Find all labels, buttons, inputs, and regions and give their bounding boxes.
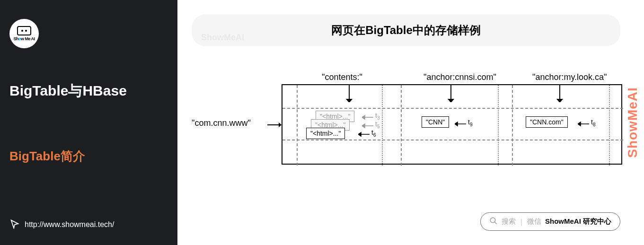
svg-marker-5 [449,99,453,102]
sidebar-subtitle: BigTable简介 [9,148,168,165]
column-header: "anchor:my.look.ca" [532,72,607,82]
svg-line-19 [494,222,497,224]
timestamp-label: t9 [468,118,472,127]
timestamp-label: t8 [591,118,595,127]
svg-marker-9 [362,115,365,119]
arrow-down-icon [556,84,564,104]
main-title-bar: ShowMeAI 网页在BigTable中的存储样例 [192,14,620,46]
svg-marker-7 [557,99,562,102]
timestamp-label: t3 [375,112,379,121]
cell-value: "<html>..." [306,128,345,139]
svg-marker-17 [578,122,581,126]
svg-marker-13 [358,132,361,136]
center-label: ShowMeAI 研究中心 [545,217,611,226]
footer-link[interactable]: http://www.showmeai.tech/ [9,219,168,231]
search-icon [489,217,498,227]
timestamp-label: t6 [371,129,376,138]
main-title: 网页在BigTable中的存储样例 [331,24,481,36]
arrow-left-icon [362,114,373,122]
watermark-text: ShowMeAI [201,33,244,43]
search-bar[interactable]: 搜索 | 微信 ShowMeAI 研究中心 [480,212,620,231]
wechat-label: 微信 [527,217,541,226]
arrow-left-icon [358,131,370,139]
cell-value: "CNN" [422,116,449,128]
bigtable-diagram: "com.cnn.www" "contents:""anchor:cnnsi.c… [192,65,620,188]
arrow-down-icon [345,84,353,104]
main-content: ShowMeAI 网页在BigTable中的存储样例 "com.cnn.www"… [177,0,644,245]
sidebar: Show Me AI BigTable与HBase BigTable简介 htt… [0,0,177,245]
cell-value: "CNN.com" [526,116,568,128]
svg-marker-15 [455,122,458,126]
arrow-right-icon [267,121,282,131]
column-header: "anchor:cnnsi.com" [423,72,496,82]
arrow-left-icon [455,120,466,129]
search-label: 搜索 [502,217,516,226]
side-watermark: ShowMeAI [625,87,640,158]
arrow-down-icon [447,84,455,104]
divider: | [520,218,522,226]
timestamp-label: t5 [375,120,379,129]
svg-marker-11 [362,124,365,128]
logo: Show Me AI [9,19,168,48]
svg-point-18 [490,218,495,223]
column-header: "contents:" [322,72,362,82]
cursor-icon [9,219,20,231]
row-key-label: "com.cnn.www" [192,118,251,128]
sidebar-title: BigTable与HBase [9,81,168,101]
svg-marker-3 [347,99,352,102]
footer-link-text: http://www.showmeai.tech/ [25,220,114,229]
arrow-left-icon [578,120,589,129]
